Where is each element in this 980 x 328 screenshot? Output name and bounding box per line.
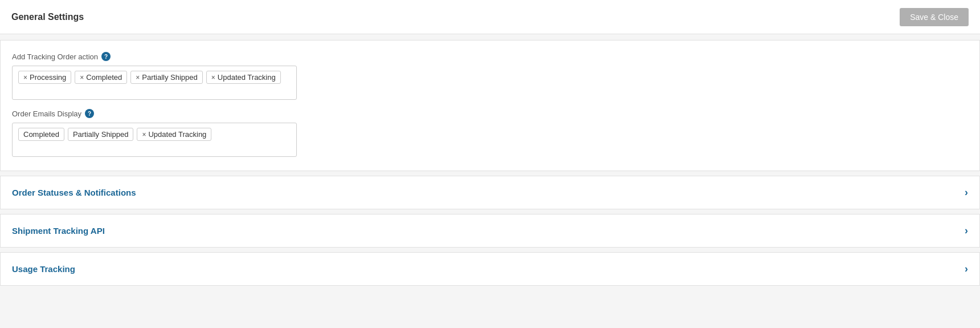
- tag-processing[interactable]: ×Processing: [18, 71, 71, 84]
- page-title: General Settings: [11, 12, 84, 22]
- tag-remove-partially-shipped[interactable]: ×: [136, 74, 140, 81]
- email-tag-label-partially-shipped: Partially Shipped: [73, 130, 129, 139]
- email-tag-label-updated-tracking: Updated Tracking: [148, 130, 206, 139]
- add-tracking-label: Add Tracking Order action ?: [12, 52, 968, 61]
- order-emails-tags-container[interactable]: CompletedPartially Shipped×Updated Track…: [12, 123, 297, 157]
- tag-partially-shipped[interactable]: ×Partially Shipped: [130, 71, 203, 84]
- tag-remove-processing[interactable]: ×: [23, 74, 27, 81]
- add-tracking-help-icon[interactable]: ?: [101, 52, 111, 61]
- collapsible-section-usage-tracking[interactable]: Usage Tracking ›: [0, 252, 980, 286]
- tag-remove-completed[interactable]: ×: [80, 74, 84, 81]
- add-tracking-field-group: Add Tracking Order action ? ×Processing×…: [12, 52, 968, 100]
- add-tracking-tags-container[interactable]: ×Processing×Completed×Partially Shipped×…: [12, 66, 297, 100]
- order-emails-field-group: Order Emails Display ? CompletedPartiall…: [12, 109, 968, 157]
- collapsible-section-shipment-tracking[interactable]: Shipment Tracking API ›: [0, 214, 980, 248]
- tag-remove-updated-tracking[interactable]: ×: [211, 74, 215, 81]
- order-emails-help-icon[interactable]: ?: [85, 109, 94, 118]
- chevron-right-icon-3: ›: [965, 263, 968, 275]
- email-tag-completed[interactable]: Completed: [18, 128, 64, 141]
- email-tag-partially-shipped[interactable]: Partially Shipped: [68, 128, 134, 141]
- tag-label-updated-tracking: Updated Tracking: [218, 73, 276, 82]
- order-statuses-title: Order Statuses & Notifications: [12, 188, 136, 197]
- tag-label-processing: Processing: [30, 73, 66, 82]
- email-tag-remove-updated-tracking[interactable]: ×: [142, 131, 146, 138]
- tag-label-partially-shipped: Partially Shipped: [142, 73, 198, 82]
- general-settings-section: Add Tracking Order action ? ×Processing×…: [0, 40, 980, 171]
- shipment-tracking-title: Shipment Tracking API: [12, 226, 105, 236]
- tag-updated-tracking[interactable]: ×Updated Tracking: [206, 71, 281, 84]
- email-tag-updated-tracking[interactable]: ×Updated Tracking: [137, 128, 211, 141]
- header: General Settings Save & Close: [0, 0, 980, 34]
- email-tag-label-completed: Completed: [23, 130, 59, 139]
- collapsible-section-order-statuses[interactable]: Order Statuses & Notifications ›: [0, 176, 980, 209]
- tag-label-completed: Completed: [86, 73, 122, 82]
- order-emails-label: Order Emails Display ?: [12, 109, 968, 118]
- save-close-button[interactable]: Save & Close: [900, 8, 969, 26]
- tag-completed[interactable]: ×Completed: [75, 71, 127, 84]
- chevron-right-icon-2: ›: [965, 225, 968, 237]
- usage-tracking-title: Usage Tracking: [12, 264, 75, 274]
- chevron-right-icon: ›: [965, 187, 968, 199]
